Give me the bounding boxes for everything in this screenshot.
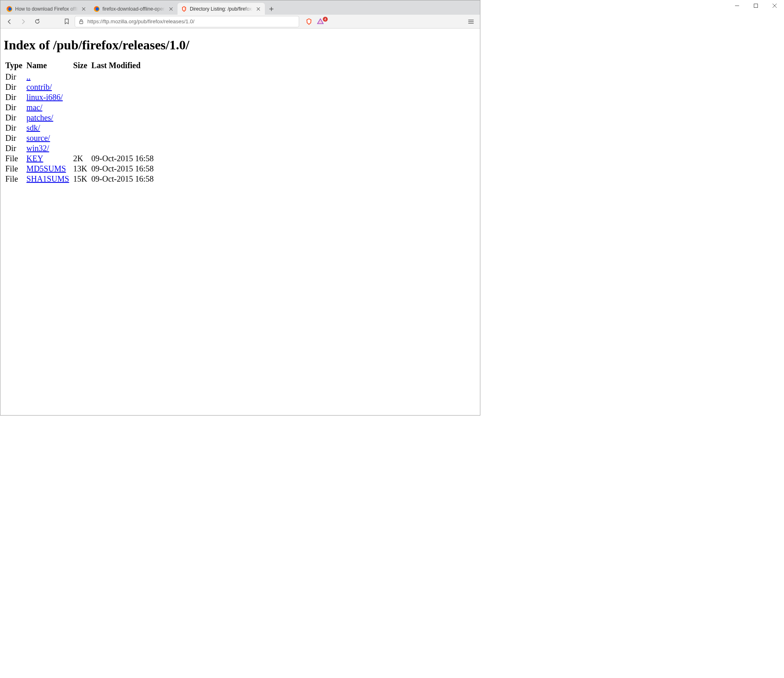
close-icon[interactable] [80, 6, 87, 12]
close-icon[interactable] [168, 6, 174, 12]
tab-0[interactable]: How to download Firefox offline in [3, 3, 90, 15]
svg-rect-16 [80, 21, 83, 24]
cell-type: Dir [4, 133, 25, 143]
table-row: Dirwin32/ [4, 143, 156, 153]
cell-modified: 09-Oct-2015 16:58 [90, 174, 156, 184]
directory-link[interactable]: .. [27, 72, 31, 81]
toolbar-right: 4 [303, 16, 327, 27]
toolbar: https://ftp.mozilla.org/pub/firefox/rele… [0, 15, 480, 29]
directory-listing-table: Type Name Size Last Modified Dir..Dircon… [4, 60, 156, 184]
table-row: FileSHA1SUMS15K09-Oct-2015 16:58 [4, 174, 156, 184]
cell-modified: 09-Oct-2015 16:58 [90, 153, 156, 164]
directory-link[interactable]: contrib/ [27, 82, 52, 91]
cell-size: 13K [71, 164, 89, 174]
cell-size: 2K [71, 153, 89, 164]
col-last-modified: Last Modified [90, 60, 156, 72]
cell-name: patches/ [25, 113, 71, 123]
directory-link[interactable]: win32/ [27, 144, 49, 153]
table-row: Dirsource/ [4, 133, 156, 143]
cell-modified [90, 133, 156, 143]
tab-2[interactable]: Directory Listing: /pub/firefox/rele [178, 3, 265, 15]
cell-type: Dir [4, 82, 25, 92]
new-tab-button[interactable] [266, 3, 277, 15]
cell-modified [90, 92, 156, 102]
directory-link[interactable]: MD5SUMS [27, 164, 66, 173]
directory-link[interactable]: patches/ [27, 113, 53, 122]
cell-size [71, 133, 89, 143]
firefox-icon [6, 6, 13, 12]
brave-rewards-icon: 4 [316, 18, 326, 26]
viewport[interactable]: Index of /pub/firefox/releases/1.0/ Type… [0, 29, 480, 415]
cell-name: contrib/ [25, 82, 71, 92]
cell-size [71, 82, 89, 92]
address-bar[interactable]: https://ftp.mozilla.org/pub/firefox/rele… [75, 16, 299, 27]
tab-bar: How to download Firefox offline in firef… [0, 0, 480, 15]
directory-link[interactable]: sdk/ [27, 123, 40, 132]
menu-button[interactable] [465, 16, 477, 27]
col-size: Size [71, 60, 89, 72]
cell-modified [90, 113, 156, 123]
firefox-icon [93, 6, 100, 12]
url-text: https://ftp.mozilla.org/pub/firefox/rele… [87, 18, 295, 24]
cell-size [71, 92, 89, 102]
cell-type: File [4, 174, 25, 184]
directory-link[interactable]: linux-i686/ [27, 93, 63, 102]
cell-name: mac/ [25, 102, 71, 113]
cell-modified: 09-Oct-2015 16:58 [90, 164, 156, 174]
table-row: FileMD5SUMS13K09-Oct-2015 16:58 [4, 164, 156, 174]
tab-1[interactable]: firefox-download-offline-operatin [90, 3, 178, 15]
cell-name: KEY [25, 153, 71, 164]
cell-type: Dir [4, 72, 25, 82]
table-header-row: Type Name Size Last Modified [4, 60, 156, 72]
directory-link[interactable]: source/ [27, 133, 50, 142]
tab-title: firefox-download-offline-operatin [102, 6, 165, 12]
brave-shields-button[interactable] [303, 16, 315, 27]
cell-type: Dir [4, 102, 25, 113]
cell-name: win32/ [25, 143, 71, 153]
cell-name: MD5SUMS [25, 164, 71, 174]
table-row: FileKEY2K09-Oct-2015 16:58 [4, 153, 156, 164]
svg-marker-18 [318, 19, 323, 24]
brave-icon [181, 6, 187, 12]
tab-title: Directory Listing: /pub/firefox/rele [190, 6, 253, 12]
col-name: Name [25, 60, 71, 72]
cell-size [71, 102, 89, 113]
table-row: Dir.. [4, 72, 156, 82]
page-heading: Index of /pub/firefox/releases/1.0/ [4, 38, 477, 53]
cell-type: File [4, 164, 25, 174]
cell-modified [90, 123, 156, 133]
cell-name: .. [25, 72, 71, 82]
table-row: Dirmac/ [4, 102, 156, 113]
tab-title: How to download Firefox offline in [15, 6, 78, 12]
cell-type: Dir [4, 143, 25, 153]
cell-type: Dir [4, 123, 25, 133]
cell-size [71, 143, 89, 153]
back-button[interactable] [4, 16, 15, 27]
directory-link[interactable]: mac/ [27, 103, 42, 112]
cell-size [71, 123, 89, 133]
table-row: Dircontrib/ [4, 82, 156, 92]
table-row: Dirsdk/ [4, 123, 156, 133]
badge-count: 4 [323, 17, 328, 22]
cell-size [71, 113, 89, 123]
directory-link[interactable]: KEY [27, 154, 43, 163]
close-icon[interactable] [255, 6, 262, 12]
bookmark-button[interactable] [61, 16, 72, 27]
cell-modified [90, 82, 156, 92]
cell-modified [90, 143, 156, 153]
cell-type: Dir [4, 92, 25, 102]
cell-name: source/ [25, 133, 71, 143]
cell-name: sdk/ [25, 123, 71, 133]
cell-type: File [4, 153, 25, 164]
table-row: Dirpatches/ [4, 113, 156, 123]
cell-name: SHA1SUMS [25, 174, 71, 184]
reload-button[interactable] [31, 16, 43, 27]
directory-link[interactable]: SHA1SUMS [27, 174, 69, 183]
cell-modified [90, 102, 156, 113]
forward-button[interactable] [18, 16, 29, 27]
cell-size: 15K [71, 174, 89, 184]
col-type: Type [4, 60, 25, 72]
cell-type: Dir [4, 113, 25, 123]
brave-rewards-button[interactable]: 4 [315, 16, 327, 27]
page-content: Index of /pub/firefox/releases/1.0/ Type… [0, 29, 480, 187]
